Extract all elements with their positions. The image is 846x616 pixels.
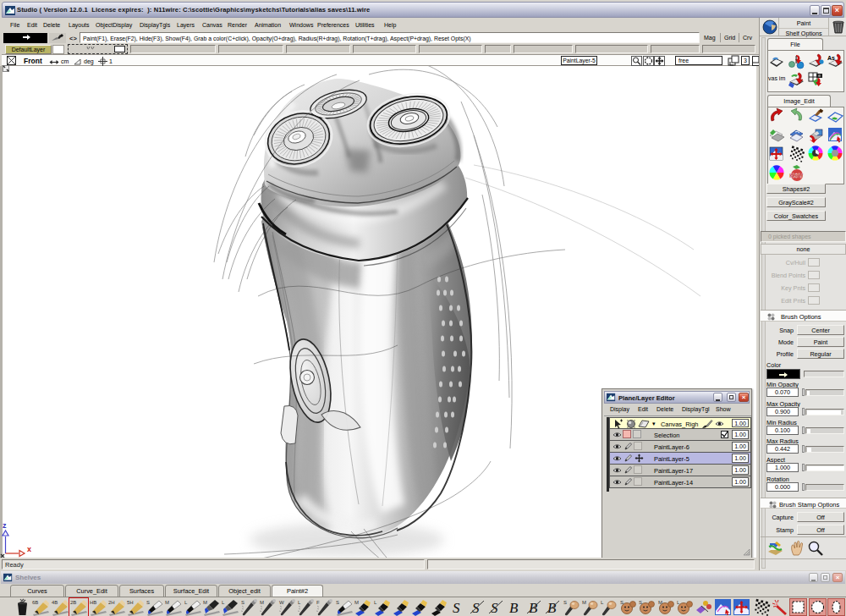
svg-text:S: S	[336, 600, 339, 605]
svg-text:S: S	[146, 600, 150, 605]
svg-text:2B: 2B	[70, 600, 76, 605]
svg-text:W: W	[279, 600, 284, 605]
svg-text:S: S	[620, 600, 624, 605]
svg-text:M: M	[658, 600, 662, 605]
svg-text:S: S	[241, 600, 244, 605]
svg-text:L: L	[374, 600, 377, 605]
svg-text:L: L	[184, 600, 188, 605]
svg-text:HB: HB	[90, 600, 96, 605]
svg-text:M: M	[354, 600, 359, 605]
svg-text:M: M	[203, 600, 207, 605]
svg-text:S: S	[563, 600, 567, 605]
svg-text:B: B	[509, 600, 519, 616]
svg-text:F: F	[316, 600, 320, 605]
svg-text:M: M	[260, 600, 264, 605]
svg-text:S: S	[639, 600, 642, 605]
svg-text:2H: 2H	[108, 600, 115, 605]
svg-text:L: L	[222, 600, 225, 605]
svg-text:z: z	[3, 521, 7, 530]
svg-text:6B: 6B	[32, 600, 38, 605]
svg-text:HSV: HSV	[789, 172, 804, 179]
svg-text:M: M	[165, 600, 169, 605]
svg-text:L: L	[298, 600, 301, 605]
svg-text:M: M	[582, 600, 586, 605]
svg-text:S: S	[453, 600, 460, 616]
svg-text:L: L	[601, 600, 604, 605]
svg-text:4B: 4B	[52, 600, 58, 605]
svg-text:As: As	[827, 55, 835, 61]
svg-text:x: x	[27, 545, 31, 553]
svg-text:5H: 5H	[127, 600, 134, 605]
